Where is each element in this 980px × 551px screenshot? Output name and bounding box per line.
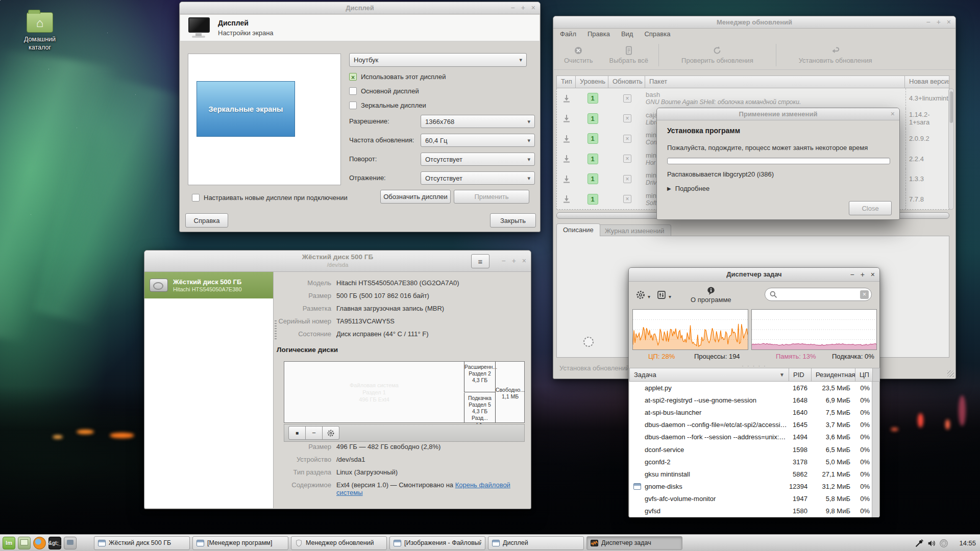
- maximize-icon[interactable]: +: [512, 257, 516, 265]
- partition-extended[interactable]: Расширенн...Раздел 24,3 ГБ: [464, 362, 495, 392]
- maximize-icon[interactable]: +: [861, 270, 865, 279]
- taskbar-button-display[interactable]: Дисплей: [488, 536, 584, 550]
- process-row[interactable]: gnome-disks1239431,2 МиБ0%: [629, 481, 873, 493]
- search-input[interactable]: [778, 291, 860, 298]
- configure-new-displays-row[interactable]: × Настраивать новые дисплеи при подключе…: [192, 194, 348, 202]
- process-row[interactable]: applet.py167623,5 МиБ0%: [629, 382, 873, 394]
- taskbar-button-disks[interactable]: Жёсткий диск 500 ГБ: [94, 536, 190, 550]
- vertical-scrollbar[interactable]: [948, 88, 954, 210]
- close-icon[interactable]: ×: [871, 270, 875, 279]
- column-pid[interactable]: PID: [789, 368, 812, 382]
- show-desktop-button[interactable]: [18, 537, 31, 549]
- update-checkbox[interactable]: ×: [623, 195, 631, 203]
- task-manager-titlebar[interactable]: Диспетчер задач − + ×: [629, 268, 879, 282]
- resize-grip[interactable]: [947, 370, 954, 377]
- preferences-button[interactable]: [656, 290, 667, 300]
- update-manager-titlebar[interactable]: Менеджер обновлений − + ×: [553, 16, 955, 29]
- column-package[interactable]: Пакет: [645, 76, 905, 88]
- plug-icon[interactable]: [915, 539, 924, 548]
- delete-partition-button[interactable]: −: [305, 426, 323, 440]
- process-row[interactable]: gvfs-afc-volume-monitor19475,8 МиБ0%: [629, 493, 873, 505]
- update-checkbox[interactable]: ×: [623, 155, 631, 163]
- minimize-icon[interactable]: −: [501, 257, 505, 265]
- use-display-row[interactable]: × Использовать этот дисплей: [349, 73, 446, 81]
- install-updates-button[interactable]: Установить обновления: [778, 43, 893, 66]
- mirror-displays-checkbox[interactable]: ×: [349, 102, 357, 109]
- minimize-icon[interactable]: −: [510, 4, 514, 12]
- display-device-select[interactable]: Ноутбук ▾: [349, 53, 527, 67]
- menu-file[interactable]: Файл: [560, 30, 576, 40]
- column-cpu[interactable]: ЦП: [855, 368, 873, 382]
- update-checkbox[interactable]: ×: [623, 94, 631, 103]
- close-icon[interactable]: ×: [947, 18, 951, 27]
- update-shield-icon[interactable]: [939, 539, 948, 548]
- hamburger-menu-button[interactable]: ≡: [471, 254, 489, 268]
- column-resident[interactable]: Резидентная: [812, 368, 855, 382]
- volume-icon[interactable]: [927, 539, 936, 548]
- resolution-select[interactable]: 1366x768 ▾: [421, 115, 535, 128]
- unmount-button[interactable]: ■: [288, 426, 306, 440]
- close-icon[interactable]: ×: [531, 4, 535, 12]
- apply-button[interactable]: Применить: [454, 190, 529, 204]
- refresh-rate-select[interactable]: 60,4 Гц ▾: [421, 134, 535, 147]
- menu-view[interactable]: Вид: [621, 30, 633, 40]
- display-titlebar[interactable]: Дисплей − + ×: [180, 2, 540, 14]
- pane-grip[interactable]: [275, 320, 277, 341]
- home-folder-desktop-icon[interactable]: ⌂ Домашний каталог: [9, 12, 70, 52]
- terminal-launcher-icon[interactable]: &gt;_: [48, 537, 61, 549]
- update-row[interactable]: 1 × bashGNU Bourne Again SHell: оболочка…: [557, 88, 949, 109]
- update-checkbox[interactable]: ×: [623, 175, 631, 183]
- column-update[interactable]: Обновить: [608, 76, 645, 88]
- taskbar-button-task-manager[interactable]: Диспетчер задач: [586, 536, 682, 550]
- check-updates-button[interactable]: Проверить обновления: [661, 43, 774, 66]
- partition-options-button[interactable]: [322, 426, 339, 440]
- clear-button[interactable]: Очистить: [556, 43, 601, 66]
- process-row[interactable]: dconf-service15986,5 МиБ0%: [629, 443, 873, 456]
- chevron-down-icon[interactable]: ▾: [669, 294, 671, 299]
- close-button[interactable]: Закрыть: [490, 213, 536, 228]
- mint-menu-button[interactable]: lm: [3, 537, 15, 549]
- help-button[interactable]: Справка: [185, 213, 228, 228]
- dialog-close-button[interactable]: Close: [849, 201, 892, 215]
- search-field[interactable]: ×: [765, 288, 872, 301]
- clear-search-icon[interactable]: ×: [860, 290, 869, 299]
- select-all-button[interactable]: Выбрать всё: [601, 43, 656, 66]
- details-expander[interactable]: ▶ Подробнее: [667, 185, 709, 192]
- app-launcher-icon[interactable]: [64, 537, 77, 549]
- close-icon[interactable]: ×: [891, 110, 895, 118]
- process-row[interactable]: gconfd-231785,0 МиБ0%: [629, 456, 873, 468]
- use-display-checkbox[interactable]: ×: [349, 73, 357, 81]
- mirror-displays-row[interactable]: × Зеркальные дисплеи: [349, 102, 426, 109]
- about-button[interactable]: О программе: [691, 286, 731, 304]
- taskbar-button-file-manager[interactable]: [Изображения - Файловый...]: [389, 536, 485, 550]
- process-row[interactable]: at-spi2-registryd --use-gnome-session164…: [629, 394, 873, 406]
- column-level[interactable]: Уровень: [576, 76, 608, 88]
- mirrored-screens-box[interactable]: Зеркальные экраны: [197, 81, 295, 137]
- taskbar-button-update-manager[interactable]: Менеджер обновлений: [291, 536, 387, 550]
- process-row[interactable]: dbus-daemon --config-file=/etc/at-spi2/a…: [629, 419, 873, 431]
- update-checkbox[interactable]: ×: [623, 135, 631, 143]
- column-task[interactable]: Задача▼: [629, 368, 789, 382]
- primary-display-checkbox[interactable]: ×: [349, 87, 357, 95]
- tab-description[interactable]: Описание: [556, 223, 600, 236]
- reflection-select[interactable]: Отсутствует ▾: [421, 171, 535, 185]
- process-row[interactable]: gvfsd15809,8 МиБ0%: [629, 505, 873, 517]
- primary-display-row[interactable]: × Основной дисплей: [349, 87, 419, 95]
- scrollbar-thumb[interactable]: [949, 91, 953, 123]
- disks-titlebar[interactable]: Жёсткий диск 500 ГБ /dev/sda ≡ − + ×: [144, 251, 531, 272]
- taskbar-button-software-manager[interactable]: [Менеджер программ]: [192, 536, 288, 550]
- process-row[interactable]: gksu mintinstall586227,1 МиБ0%: [629, 468, 873, 480]
- maximize-icon[interactable]: +: [937, 18, 941, 27]
- partition-filesystem[interactable]: Файловая системаРаздел 1496 ГБ Ext4: [284, 362, 464, 422]
- process-row[interactable]: dbus-daemon --fork --session --address=u…: [629, 431, 873, 443]
- partition-free[interactable]: Свободно...1,1 МБ: [495, 362, 525, 422]
- identify-displays-button[interactable]: Обозначить дисплеи: [380, 190, 451, 204]
- column-new-version[interactable]: Новая версия: [905, 76, 949, 88]
- update-checkbox[interactable]: ×: [623, 114, 631, 122]
- partition-swap[interactable]: ПодкачкаРаздел 54,3 ГБ Разд... ★▶: [464, 393, 495, 422]
- menu-help[interactable]: Справка: [644, 30, 670, 40]
- monitor-arrangement-area[interactable]: Зеркальные экраны: [188, 54, 341, 185]
- process-row[interactable]: at-spi-bus-launcher16407,5 МиБ0%: [629, 406, 873, 418]
- chevron-down-icon[interactable]: ▾: [648, 294, 650, 299]
- dialog-titlebar[interactable]: Применение изменений ×: [657, 108, 899, 120]
